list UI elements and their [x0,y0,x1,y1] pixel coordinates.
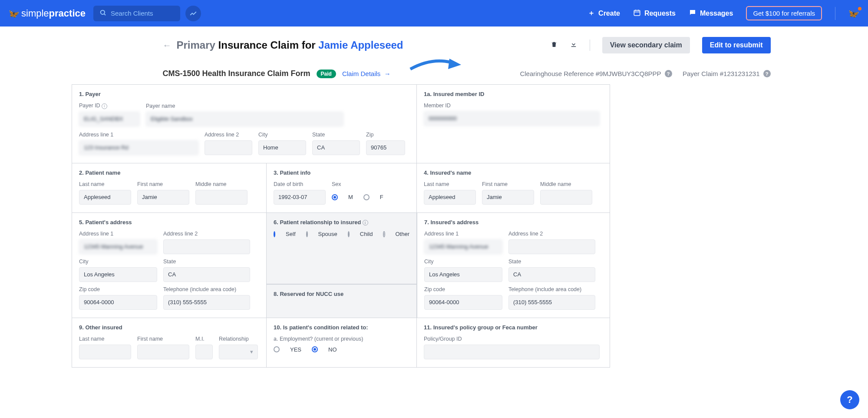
help-icon[interactable]: ? [763,70,771,77]
logo[interactable]: 🦋 simplepractice [9,8,86,19]
box-8-reserved: 8. Reserved for NUCC use [267,284,417,318]
insured-middle-field[interactable] [540,190,592,205]
other-first-field[interactable] [137,345,189,359]
rel-child-radio[interactable] [348,231,350,237]
patient-zip-field[interactable]: 90064-0000 [79,295,157,310]
box-5-patient-address: 5. Patient's address Address line 112345… [72,213,267,318]
create-button[interactable]: ＋ Create [588,9,620,18]
view-secondary-button[interactable]: View secondary claim [602,37,690,53]
patient-tel-field[interactable]: (310) 555-5555 [163,295,250,310]
box-2-patient-name: 2. Patient name Last nameAppleseed First… [72,163,267,213]
nav-separator [835,7,835,20]
patient-first-field[interactable]: Jamie [137,190,189,205]
employment-yes-radio[interactable] [274,346,280,352]
plus-icon: ＋ [588,9,595,18]
payer-id-field[interactable]: ELIG_SANDBX [79,112,140,126]
other-mi-field[interactable] [195,345,213,359]
payer-name-field[interactable]: Eligible Sandbox [146,112,343,126]
employment-no-radio[interactable] [312,346,318,352]
claim-form: 1. Payer Payer IDi ELIG_SANDBX Payer nam… [72,84,610,368]
referral-button[interactable]: Get $100 for referrals [746,6,822,20]
rel-self-radio[interactable] [274,231,275,237]
client-link[interactable]: Jamie Appleseed [318,39,403,51]
search-input[interactable] [111,10,174,17]
insured-last-field[interactable]: Appleseed [424,190,476,205]
calendar-icon [633,9,641,18]
page-title: Primary Insurance Claim for Jamie Apples… [177,39,403,51]
box-10-condition: 10. Is patient's condition related to: a… [267,318,417,368]
messages-button[interactable]: Messages [689,9,733,18]
insured-addr1-field[interactable]: 12345 Manning Avenue [424,239,502,254]
top-nav: 🦋 simplepractice ＋ Create Requests Messa… [0,0,868,27]
back-arrow-icon[interactable]: ← [163,40,172,50]
rel-other-radio[interactable] [383,231,385,237]
search-icon [99,9,106,18]
member-id-field[interactable]: 000000000 [424,111,600,126]
box-9-other-insured: 9. Other insured Last name First name M.… [72,318,267,368]
notification-dot [858,7,861,10]
patient-city-field[interactable]: Los Angeles [79,267,157,282]
box-7-insured-address: 7. Insured's address Address line 112345… [417,213,610,318]
dob-field[interactable]: 1992-03-07 [274,190,326,205]
analytics-button[interactable] [185,6,201,21]
paid-badge: Paid [317,70,336,78]
form-title: CMS-1500 Health Insurance Claim Form [163,69,310,78]
sub-header: CMS-1500 Health Insurance Claim Form Pai… [91,59,777,84]
insured-state-field[interactable]: CA [508,267,595,282]
clearinghouse-ref: Clearinghouse Reference #9MJWBUY3CQ8PPP [520,70,661,77]
download-icon[interactable] [570,40,578,50]
insured-zip-field[interactable]: 90064-0000 [424,295,502,310]
notifications-icon[interactable]: 🦋 [848,8,859,19]
sex-m-radio[interactable] [332,194,338,200]
requests-button[interactable]: Requests [633,9,676,18]
butterfly-icon: 🦋 [9,8,20,19]
box-11-policy-group: 11. Insured's policy group or Feca numbe… [417,318,610,368]
patient-middle-field[interactable] [195,190,248,205]
trash-icon[interactable] [551,40,558,50]
payer-city-field[interactable]: Home [258,140,306,155]
payer-zip-field[interactable]: 90765 [366,140,405,155]
sex-f-radio[interactable] [363,194,370,200]
rel-spouse-radio[interactable] [306,231,308,237]
other-rel-select[interactable]: ▾ [219,345,258,359]
separator [590,40,590,51]
patient-addr2-field[interactable] [163,239,250,254]
payer-state-field[interactable]: CA [312,140,360,155]
policy-group-field[interactable] [424,345,600,359]
svg-point-0 [101,10,105,14]
box-1-payer: 1. Payer Payer IDi ELIG_SANDBX Payer nam… [72,84,417,163]
page-header: ← Primary Insurance Claim for Jamie Appl… [91,27,777,59]
box-1a-insured-member: 1a. Insured member ID Member ID 00000000… [417,84,610,163]
svg-line-1 [104,13,106,15]
svg-rect-2 [634,10,640,15]
box-3-patient-info: 3. Patient info Date of birth1992-03-07 … [267,163,417,213]
insured-addr2-field[interactable] [508,239,595,254]
insured-tel-field[interactable]: (310) 555-5555 [508,295,595,310]
payer-claim-ref: Payer Claim #1231231231 [683,70,760,77]
payer-addr2-field[interactable] [205,140,252,155]
box-4-insured-name: 4. Insured's name Last nameAppleseed Fir… [417,163,610,213]
search-box[interactable] [93,6,180,21]
other-last-field[interactable] [79,345,131,359]
edit-resubmit-button[interactable]: Edit to resubmit [702,37,771,53]
box-6-relationship: 6. Patient relationship to insuredi Self… [267,213,417,284]
info-icon[interactable]: i [102,103,107,109]
insured-first-field[interactable]: Jamie [482,190,534,205]
patient-last-field[interactable]: Appleseed [79,190,131,205]
payer-addr1-field[interactable]: 123 Insurance Rd [79,140,198,155]
chat-icon [689,9,696,18]
insured-city-field[interactable]: Los Angeles [424,267,502,282]
help-icon[interactable]: ? [665,70,672,77]
patient-addr1-field[interactable]: 12345 Manning Avenue [79,239,157,254]
claim-details-link[interactable]: Claim Details → [342,70,391,77]
pointer-arrow-icon [408,55,465,75]
patient-state-field[interactable]: CA [163,267,250,282]
info-icon[interactable]: i [363,220,368,226]
